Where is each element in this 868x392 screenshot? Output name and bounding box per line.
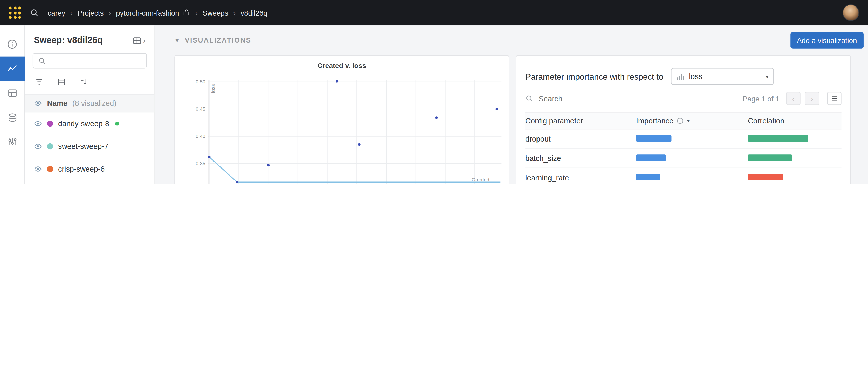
search-icon bbox=[525, 95, 533, 102]
collapse-caret-icon[interactable]: ▼ bbox=[174, 37, 180, 43]
group-icon[interactable] bbox=[57, 77, 66, 86]
table-tab-icon[interactable] bbox=[0, 81, 25, 105]
visibility-eye-icon[interactable] bbox=[34, 142, 42, 151]
svg-text:0.50: 0.50 bbox=[195, 79, 205, 85]
left-rail bbox=[0, 25, 25, 184]
running-indicator-icon bbox=[116, 122, 119, 126]
avatar[interactable] bbox=[843, 4, 859, 21]
section-title: VISUALIZATIONS bbox=[185, 37, 251, 44]
svg-text:loss: loss bbox=[210, 84, 216, 93]
run-name[interactable]: sweet-sweep-7 bbox=[58, 142, 108, 151]
run-color-dot bbox=[47, 121, 53, 127]
importance-table-header: Config parameter Importance ▼ Correlatio… bbox=[525, 112, 841, 129]
chevron-down-icon: ▾ bbox=[766, 73, 769, 79]
correlation-bar bbox=[748, 173, 783, 180]
next-page-button[interactable]: › bbox=[805, 92, 819, 105]
run-list-toolbar bbox=[25, 73, 154, 94]
metric-dropdown-value: loss bbox=[689, 72, 703, 80]
model-artifacts-icon[interactable] bbox=[0, 105, 25, 129]
run-row[interactable]: crisp-sweep-6 bbox=[25, 158, 154, 180]
column-importance[interactable]: Importance bbox=[636, 117, 674, 125]
importance-bar bbox=[636, 154, 666, 161]
runs-sidebar: Sweep: v8dil26q › bbox=[25, 25, 155, 184]
run-color-dot bbox=[47, 166, 53, 172]
run-row[interactable]: dandy-sweep-8 bbox=[25, 112, 154, 135]
metric-dropdown[interactable]: loss ▾ bbox=[671, 68, 774, 85]
run-row[interactable]: sweet-sweep-7 bbox=[25, 135, 154, 158]
prev-page-button[interactable]: ‹ bbox=[786, 92, 800, 105]
run-row[interactable]: toasty-sweep-5 bbox=[25, 181, 154, 184]
main-content: ▼ VISUALIZATIONS Add a visualization Cre… bbox=[155, 25, 868, 184]
visibility-eye-icon[interactable] bbox=[34, 165, 42, 173]
run-search-input[interactable] bbox=[50, 56, 141, 66]
panel-layout-icon[interactable] bbox=[132, 36, 142, 45]
visualized-count: (8 visualized) bbox=[72, 99, 117, 107]
scatter-chart: 0.350.400.450.50Jan 14 '20 20:51Jan 14 '… bbox=[175, 76, 510, 184]
lock-open-icon bbox=[182, 9, 190, 17]
sort-icon[interactable] bbox=[79, 77, 88, 86]
page-indicator: Page 1 of 1 bbox=[743, 94, 779, 103]
chevron-right-icon[interactable]: › bbox=[143, 36, 146, 44]
add-visualization-button[interactable]: Add a visualization bbox=[790, 32, 864, 49]
svg-text:0.45: 0.45 bbox=[195, 106, 205, 112]
svg-text:0.40: 0.40 bbox=[195, 133, 205, 139]
info-icon[interactable] bbox=[0, 32, 25, 57]
bar-chart-icon bbox=[677, 73, 684, 80]
wandb-sweep-page: carey › Projects › pytorch-cnn-fashion ›… bbox=[0, 0, 868, 184]
column-correlation[interactable]: Correlation bbox=[748, 117, 841, 125]
visualizations-header: ▼ VISUALIZATIONS Add a visualization bbox=[174, 25, 864, 55]
list-view-button[interactable] bbox=[827, 92, 841, 105]
column-config-parameter: Config parameter bbox=[525, 117, 636, 125]
visibility-eye-icon[interactable] bbox=[34, 99, 42, 107]
filter-icon[interactable] bbox=[35, 77, 43, 86]
breadcrumb-sweeps[interactable]: Sweeps bbox=[203, 8, 228, 17]
importance-row[interactable]: batch_size bbox=[525, 149, 841, 168]
sweep-title: Sweep: v8dil26q bbox=[34, 35, 103, 45]
created-vs-loss-panel[interactable]: Created v. loss 0.350.400.450.50Jan 14 '… bbox=[174, 55, 509, 184]
run-color-dot bbox=[47, 143, 53, 149]
config-parameter-name: learning_rate bbox=[525, 173, 636, 182]
config-parameter-name: batch_size bbox=[525, 154, 636, 162]
breadcrumb-projects[interactable]: Projects bbox=[78, 8, 103, 17]
config-parameter-name: dropout bbox=[525, 135, 636, 143]
run-name[interactable]: crisp-sweep-6 bbox=[58, 165, 104, 173]
search-icon bbox=[38, 57, 46, 65]
wandb-logo-icon[interactable] bbox=[9, 7, 21, 19]
name-column-label: Name bbox=[47, 99, 67, 107]
sweep-controls-icon[interactable] bbox=[0, 129, 25, 154]
breadcrumb-separator-icon: › bbox=[195, 8, 197, 17]
breadcrumb-sweep-id[interactable]: v8dil26q bbox=[241, 8, 267, 17]
sort-desc-icon[interactable]: ▼ bbox=[686, 119, 690, 123]
parameter-importance-panel: Parameter importance with respect to los… bbox=[516, 55, 851, 184]
importance-row[interactable]: learning_rate bbox=[525, 168, 841, 184]
correlation-bar bbox=[748, 154, 792, 161]
breadcrumb-project-name[interactable]: pytorch-cnn-fashion bbox=[116, 8, 179, 17]
info-icon[interactable] bbox=[676, 117, 684, 125]
breadcrumb-user[interactable]: carey bbox=[48, 8, 65, 17]
breadcrumb-separator-icon: › bbox=[233, 8, 236, 17]
importance-search-input[interactable] bbox=[537, 94, 738, 103]
run-list: dandy-sweep-8sweet-sweep-7crisp-sweep-6t… bbox=[25, 112, 154, 184]
search-icon[interactable] bbox=[30, 8, 39, 17]
importance-title: Parameter importance with respect to bbox=[525, 71, 663, 81]
breadcrumb: carey › Projects › pytorch-cnn-fashion ›… bbox=[48, 8, 268, 17]
breadcrumb-separator-icon: › bbox=[108, 8, 111, 17]
run-name[interactable]: dandy-sweep-8 bbox=[58, 120, 109, 128]
importance-bar bbox=[636, 173, 660, 180]
charts-tab-icon[interactable] bbox=[0, 57, 25, 81]
correlation-bar bbox=[748, 135, 808, 141]
importance-row[interactable]: dropout bbox=[525, 129, 841, 149]
visibility-eye-icon[interactable] bbox=[34, 120, 42, 128]
svg-text:0.35: 0.35 bbox=[195, 161, 205, 166]
importance-bar bbox=[636, 135, 672, 141]
chart-title: Created v. loss bbox=[175, 62, 509, 70]
run-search-box[interactable] bbox=[33, 53, 147, 69]
topbar: carey › Projects › pytorch-cnn-fashion ›… bbox=[0, 0, 868, 25]
run-list-header: Name (8 visualized) bbox=[25, 94, 154, 112]
importance-table-body: dropoutbatch_sizelearning_rateepochs bbox=[525, 129, 841, 184]
breadcrumb-separator-icon: › bbox=[70, 8, 73, 17]
